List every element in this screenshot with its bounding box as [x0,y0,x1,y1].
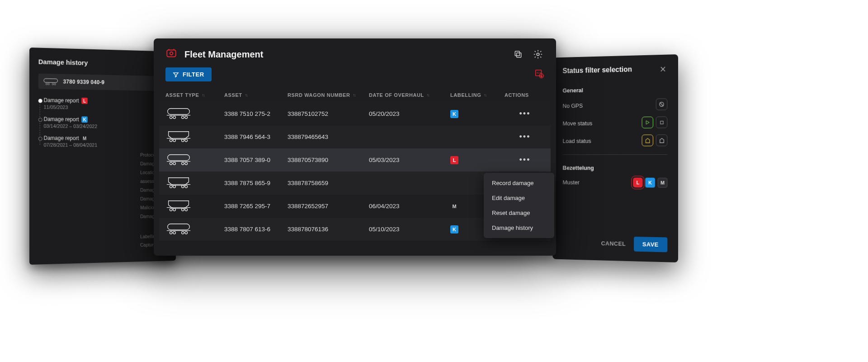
col-asset[interactable]: ASSET↑↓ [224,92,288,98]
svg-point-44 [185,232,188,234]
muster-badge-l[interactable]: L [633,177,642,187]
cell-asset: 3388 7057 389-0 [224,157,288,163]
cell-asset-type [165,107,224,121]
status-filter-panel: Status filter selection General No GPS M… [552,54,678,262]
col-actions: ACTIONS [505,92,545,98]
cell-rsrd: 338878076136 [288,226,369,233]
cell-labelling: K [450,110,505,118]
timeline-item-title: Damage report [44,97,79,104]
svg-point-25 [170,162,172,165]
cell-overhaul: 05/10/2023 [369,226,450,233]
load-status-loaded-icon[interactable] [642,134,653,146]
menu-record-damage[interactable]: Record damage [484,176,554,191]
cell-asset-type [165,199,224,213]
fleet-brand-icon [165,48,177,61]
svg-rect-0 [44,79,58,83]
tank-wagon-icon [43,77,59,86]
table-row[interactable]: 3388 7510 275-2 338875102752 05/20/2023 … [159,102,551,125]
menu-reset-damage[interactable]: Reset damage [484,205,554,220]
label-badge-l: L [450,156,458,164]
table-header: ASSET TYPE↑↓ ASSET↑↓ RSRD WAGON NUMBER↑↓… [159,88,551,102]
svg-rect-8 [515,51,519,56]
menu-edit-damage[interactable]: Edit damage [484,191,554,205]
svg-point-37 [182,209,184,211]
svg-point-27 [182,162,184,165]
svg-point-33 [185,186,188,188]
svg-rect-47 [660,121,663,124]
svg-point-43 [182,232,184,234]
wagon-number: 3780 9339 040-9 [63,79,105,86]
no-gps-toggle[interactable] [656,98,668,110]
save-button[interactable]: SAVE [634,237,668,252]
cell-rsrd: 338878758659 [288,180,369,186]
gear-icon[interactable] [532,48,544,61]
timeline-item[interactable]: Damage reportL 11/05/2023 [44,97,168,111]
timeline-item-dates: 07/28/2021 – 08/04/2021 [44,142,168,148]
wagon-chip[interactable]: 3780 9339 040-9 [38,73,168,91]
svg-point-1 [46,83,47,85]
cell-asset: 3388 7946 564-3 [224,133,288,140]
muster-badge-k[interactable]: K [645,178,655,188]
label-move-status: Move status [562,119,639,126]
close-icon[interactable] [659,65,668,76]
label-badge-m: M [450,202,458,210]
col-labelling[interactable]: LABELLING↑↓ [450,92,505,98]
table-row[interactable]: 3388 7946 564-3 338879465643 ••• [159,125,551,148]
move-status-stop-icon[interactable] [656,116,668,128]
row-actions-menu: Record damage Edit damage Reset damage D… [484,173,554,238]
cancel-button[interactable]: CANCEL [601,240,626,247]
svg-point-20 [173,139,176,142]
load-status-empty-icon[interactable] [656,134,668,146]
timeline-item[interactable]: Damage reportM 07/28/2021 – 08/04/2021 [44,135,168,148]
svg-point-26 [173,162,176,165]
col-rsrd[interactable]: RSRD WAGON NUMBER↑↓ [288,92,369,98]
svg-rect-13 [168,109,190,114]
cell-overhaul: 05/03/2023 [369,157,450,163]
cell-rsrd: 338870573890 [288,157,369,163]
timeline-item-title: Damage report [44,135,79,141]
cell-asset: 3388 7875 865-9 [224,180,288,186]
svg-point-4 [54,83,56,85]
sort-icon: ↑↓ [202,93,204,97]
muster-badge-m[interactable]: M [658,178,668,188]
svg-rect-24 [168,155,190,161]
sort-icon: ↑↓ [427,93,429,97]
filter-button-label: FILTER [183,71,204,78]
svg-point-17 [185,116,188,119]
export-xls-icon[interactable]: XLS [534,69,544,81]
section-bezettelung: Bezettelung [562,165,667,171]
svg-point-31 [173,186,176,188]
sort-icon: ↑↓ [245,93,247,97]
status-filter-title: Status filter selection [562,65,658,75]
filter-button[interactable]: FILTER [165,67,212,81]
row-actions-icon[interactable]: ••• [505,132,545,142]
timeline-item[interactable]: Damage reportK 03/14/2022 – 03/24/2022 [44,116,168,129]
label-badge-k: K [450,110,458,118]
svg-point-2 [48,83,50,85]
cell-asset: 3388 7265 295-7 [224,203,288,210]
move-status-play-icon[interactable] [642,117,653,129]
divider [562,154,667,155]
label-badge-l: L [81,98,87,104]
row-actions-icon[interactable]: ••• [505,109,545,119]
menu-damage-history[interactable]: Damage history [484,220,554,235]
label-badge-m: M [81,135,87,142]
cell-asset-type [165,130,224,144]
row-actions-icon[interactable]: ••• [505,155,545,165]
sort-icon: ↑↓ [484,93,486,97]
label-load-status: Load status [562,137,639,144]
svg-point-38 [185,209,188,211]
copy-icon[interactable] [512,48,524,61]
svg-point-19 [170,139,172,142]
svg-rect-7 [517,53,521,57]
svg-point-41 [170,232,172,234]
timeline-item-title: Damage report [44,116,79,123]
table-row[interactable]: 3388 7057 389-0 338870573890 05/03/2023 … [159,148,551,171]
svg-point-30 [170,186,172,188]
cell-asset-type [165,222,224,236]
svg-point-42 [173,232,176,234]
svg-rect-40 [168,224,190,230]
label-badge-k: K [81,116,87,123]
col-overhaul[interactable]: DATE OF OVERHAUL↑↓ [369,92,450,98]
col-asset-type[interactable]: ASSET TYPE↑↓ [165,92,224,98]
